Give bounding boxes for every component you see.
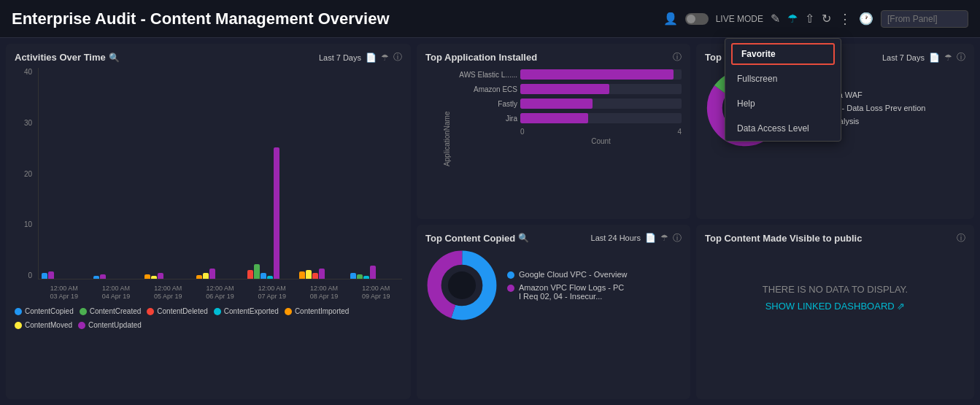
- bar: [158, 273, 163, 279]
- legend-dot: [15, 308, 22, 315]
- top-copied-chart-area: Google Cloud VPC - Overview Amazon VPC F…: [425, 249, 682, 322]
- filter-icon[interactable]: ☂: [787, 12, 798, 26]
- top-copied-filter-icon[interactable]: ☂: [660, 233, 668, 243]
- legend-dot: [147, 308, 154, 315]
- bar: [144, 274, 150, 279]
- bar: [306, 270, 312, 279]
- no-data-message: THERE IS NO DATA TO DISPLAY. SHOW LINKED…: [705, 281, 965, 315]
- header-controls: 👤 LIVE MODE ✎ ☂ ⇧ ↻ ⋮ 🕐: [663, 10, 968, 28]
- legend-content-copied: ContentCopied: [15, 307, 74, 315]
- top-copied-header: Top Content Copied 🔍 Last 24 Hours 📄 ☂ ⓘ: [425, 232, 682, 244]
- activities-report-icon[interactable]: 📄: [366, 53, 377, 63]
- activities-panel-header: Activities Over Time 🔍 Last 7 Days 📄 ☂ ⓘ: [15, 51, 402, 63]
- bar: [312, 273, 318, 279]
- top-app-bars: AWS Elastic L...... Amazon ECS Fastly Ji…: [437, 69, 682, 123]
- top-app-controls: ⓘ: [673, 51, 682, 63]
- refresh-icon[interactable]: ↻: [822, 12, 831, 26]
- page-title: Enterprise Audit - Content Management Ov…: [12, 9, 663, 28]
- bar: [48, 271, 54, 279]
- top-app-title-text: Top Application Installed: [425, 52, 537, 63]
- panel-search-input[interactable]: [881, 10, 968, 28]
- copied-legend-gcp: Google Cloud VPC - Overview: [507, 270, 628, 279]
- bar-group-3: [144, 273, 193, 279]
- bar-group-5: [247, 147, 296, 279]
- top-copied-legend: Google Cloud VPC - Overview Amazon VPC F…: [507, 270, 628, 301]
- activities-chart-inner: [38, 68, 402, 279]
- top-c-info-icon[interactable]: ⓘ: [957, 51, 965, 63]
- app-axis-label: ApplicationName: [443, 112, 451, 167]
- top-copied-donut: [425, 249, 498, 322]
- edit-icon[interactable]: ✎: [771, 12, 780, 26]
- x-label-2: 12:00 AM04 Apr 19: [102, 285, 131, 301]
- dropdown-item-favorite[interactable]: Favorite: [731, 43, 835, 65]
- top-c-time-badge: Last 7 Days: [882, 53, 925, 62]
- bar-group-1: [42, 271, 90, 279]
- top-c-controls: Last 7 Days 📄 ☂ ⓘ: [882, 51, 965, 63]
- activities-legend: ContentCopied ContentCreated ContentDele…: [15, 307, 402, 329]
- top-visible-info-icon[interactable]: ⓘ: [957, 232, 965, 244]
- h-bar-ecs: Amazon ECS: [437, 84, 682, 94]
- legend-dot: [80, 308, 87, 315]
- bar: [363, 276, 369, 279]
- legend-content-exported: ContentExported: [214, 307, 279, 315]
- bar: [203, 273, 209, 279]
- kebab-menu-icon[interactable]: ⋮: [838, 11, 852, 27]
- clock-icon[interactable]: 🕐: [859, 12, 873, 26]
- bar: [267, 276, 273, 279]
- bar: [299, 271, 305, 279]
- bar: [261, 273, 266, 279]
- legend-content-moved: ContentMoved: [15, 321, 72, 329]
- x-label-4: 12:00 AM06 Apr 19: [206, 285, 234, 301]
- legend-content-created: ContentCreated: [80, 307, 142, 315]
- bar-group-7: [350, 266, 399, 279]
- dropdown-item-help[interactable]: Help: [725, 91, 841, 116]
- top-copied-search-icon[interactable]: 🔍: [518, 233, 529, 243]
- top-copied-report-icon[interactable]: 📄: [645, 233, 656, 243]
- top-app-panel-header: Top Application Installed ⓘ: [425, 51, 682, 63]
- x-label-7: 12:00 AM09 Apr 19: [362, 285, 390, 301]
- legend-dot: [15, 322, 22, 329]
- activities-panel: Activities Over Time 🔍 Last 7 Days 📄 ☂ ⓘ…: [6, 44, 411, 399]
- dropdown-item-fullscreen[interactable]: Fullscreen: [725, 66, 841, 91]
- share-icon[interactable]: ⇧: [805, 12, 814, 26]
- dropdown-item-data-access[interactable]: Data Access Level: [725, 116, 841, 141]
- live-mode-label: LIVE MODE: [716, 14, 763, 24]
- activities-search-icon[interactable]: 🔍: [109, 53, 120, 63]
- user-icon[interactable]: 👤: [663, 12, 678, 26]
- legend-dot: [78, 322, 85, 329]
- h-bar-fastly: Fastly: [437, 99, 682, 109]
- activities-x-labels: 12:00 AM03 Apr 19 12:00 AM04 Apr 19 12:0…: [38, 285, 402, 301]
- legend-dot: [214, 308, 221, 315]
- external-link-icon: ⇗: [897, 301, 905, 312]
- top-c-filter-icon[interactable]: ☂: [944, 53, 952, 63]
- bar: [196, 275, 202, 279]
- bar-group-4: [196, 269, 245, 279]
- legend-dot: [285, 308, 292, 315]
- x-label-1: 12:00 AM03 Apr 19: [50, 285, 78, 301]
- activities-filter-icon[interactable]: ☂: [381, 53, 389, 63]
- header: Enterprise Audit - Content Management Ov…: [0, 0, 980, 38]
- top-visible-header: Top Content Made Visible to public ⓘ: [705, 232, 965, 244]
- dropdown-menu: Favorite Fullscreen Help Data Access Lev…: [725, 38, 841, 142]
- show-linked-dashboard-link[interactable]: SHOW LINKED DASHBOARD: [765, 301, 895, 312]
- top-app-info-icon[interactable]: ⓘ: [673, 51, 682, 63]
- live-mode-toggle[interactable]: [685, 13, 709, 25]
- top-copied-controls: Last 24 Hours 📄 ☂ ⓘ: [591, 232, 682, 244]
- top-visible-controls: ⓘ: [957, 232, 965, 244]
- x-label-3: 12:00 AM05 Apr 19: [154, 285, 182, 301]
- bar: [100, 274, 106, 279]
- activities-y-axis: 40 30 20 10 0: [15, 68, 35, 279]
- h-bar-jira: Jira: [437, 113, 682, 123]
- activities-info-icon[interactable]: ⓘ: [393, 51, 402, 63]
- bar: [247, 270, 253, 279]
- top-copied-info-icon[interactable]: ⓘ: [673, 232, 682, 244]
- top-app-title: Top Application Installed: [425, 52, 537, 63]
- top-copied-title-text: Top Content Copied: [425, 233, 515, 244]
- bar: [350, 273, 356, 279]
- bar: [209, 269, 215, 279]
- activities-title-text: Activities Over Time: [15, 52, 106, 63]
- top-app-x-ticks: 0 4: [520, 128, 682, 136]
- legend-content-updated: ContentUpdated: [78, 321, 142, 329]
- top-c-report-icon[interactable]: 📄: [929, 53, 940, 63]
- legend-content-imported: ContentImported: [285, 307, 350, 315]
